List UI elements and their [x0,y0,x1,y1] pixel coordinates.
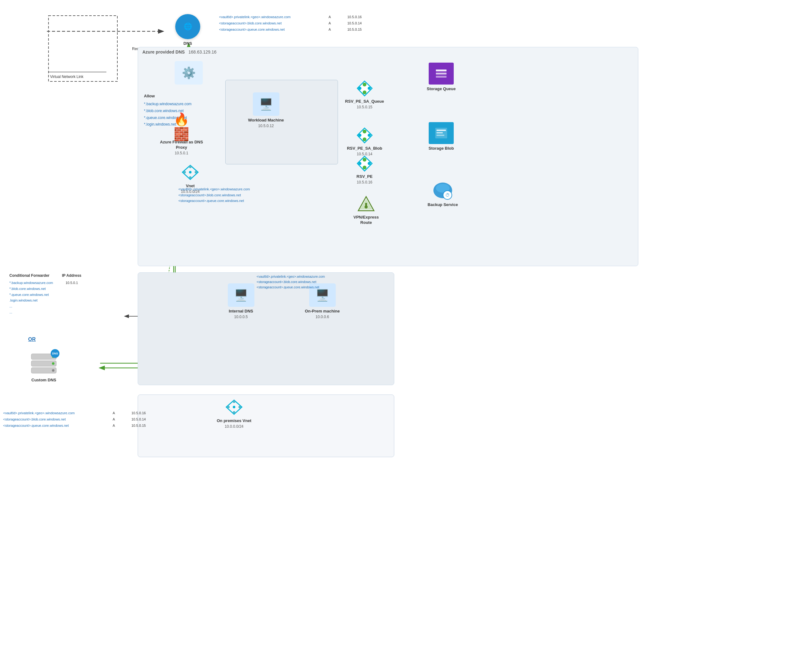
svg-point-41 [363,158,367,162]
svg-point-44 [368,162,371,165]
pe-rsv-icon [356,155,373,172]
svg-point-26 [183,171,186,174]
internal-dns-icon: 🖥️ [228,283,255,307]
virtual-network-link-text: Virtual Network Link [50,75,83,79]
svg-rect-47 [436,73,447,75]
vpn-label: VPN/Express Route [347,215,385,225]
rsv-pe-sa-blob-label: RSV_PE_SA_Blob [347,146,382,151]
svg-point-37 [363,138,367,141]
firewall-ip: 10.5.0.1 [175,151,188,155]
dns-bottom-row-3: <storageaccount>.queue.core.windows.net … [3,423,146,429]
svg-rect-51 [437,129,446,131]
conditional-forwarder: Conditional Forwarder IP Address *.backu… [9,272,82,315]
on-prem-vnet-label: On premises Vnet [217,418,251,424]
svg-text:⏱: ⏱ [445,192,450,198]
vpn-express-node: VPN/Express Route [347,194,385,225]
dns-label: DNS [183,41,192,46]
dns-row-1: <vaultId>.privatelink.<geo>.windowsazure… [219,14,362,20]
workload-machine-label: Workload Machine [248,118,284,123]
azure-dns-resolver-node: ⚙️ [172,61,206,85]
workload-machine-ip: 10.5.0.12 [258,124,274,128]
firewall-label: Azure Firewall as DNS Proxy [156,140,207,150]
svg-rect-57 [365,203,367,207]
firewall-node: 🔥🧱 Azure Firewall as DNS Proxy 10.5.0.1 [156,116,207,155]
rsv-pe-sa-blob-node: RSV_PE_SA_Blob 10.5.0.14 [344,127,385,156]
svg-point-42 [363,166,367,169]
workload-machine-node: 🖥️ Workload Machine 10.5.0.12 [244,92,288,128]
svg-point-39 [368,134,371,137]
backup-service-label: Backup Service [428,202,458,208]
on-prem-machine-label: On-Prem machine [305,309,340,314]
storage-queue-node: Storage Queue [423,63,460,92]
svg-point-27 [195,171,197,174]
middle-dns-table: <vaultId>.privatelink.<geo>.windowsazure… [178,186,250,204]
on-prem-dns-table: <vaultId>.privatelink.<geo>.windowsazure… [257,274,325,290]
rsv-pe-sa-queue-ip: 10.5.0.15 [357,105,372,109]
storage-blob-node: Storage Blob [423,122,460,151]
dns-table-top: <vaultId>.privatelink.<geo>.windowsazure… [219,14,362,32]
vnet-icon [179,163,201,182]
svg-point-34 [368,87,371,90]
pe-blob-icon [356,127,373,144]
svg-point-67 [233,411,235,414]
dns-row-3: <storageaccount>.queue.core.windows.net … [219,27,362,33]
rsv-pe-sa-queue-label: RSV_PE_SA_Queue [345,99,384,104]
internal-dns-node: 🖥️ Internal DNS 10.0.0.5 [219,283,263,319]
workload-machine-icon: 🖥️ [253,92,279,116]
svg-point-73 [52,369,54,372]
rsv-pe-sa-queue-node: RSV_PE_SA_Queue 10.5.0.15 [344,80,385,109]
on-prem-vnet-node: On premises Vnet 10.0.0.0/24 [209,398,259,429]
on-prem-vnet-icon [223,398,245,416]
svg-point-65 [238,406,241,408]
svg-point-72 [52,362,54,365]
storage-queue-label: Storage Queue [427,87,455,92]
svg-point-29 [189,176,192,179]
svg-point-32 [363,90,367,94]
dns-table-bottom: <vaultId>.privatelink.<geo>.windowsazure… [3,410,146,429]
svg-point-43 [358,162,362,165]
svg-point-25 [189,171,192,174]
svg-point-28 [189,166,192,168]
custom-dns-icon: DNS [30,351,58,376]
backup-service-icon: ⏱ [430,179,455,200]
svg-point-66 [233,400,235,403]
internal-dns-ip: 10.0.0.5 [234,315,248,319]
gear-icon: ⚙️ [175,61,203,85]
backup-service-node: ⏱ Backup Service [423,179,463,208]
on-prem-vnet-cidr: 10.0.0.0/24 [225,424,243,429]
rsv-pe-ip: 10.5.0.16 [357,180,372,184]
internal-dns-label: Internal DNS [229,309,253,314]
dns-bottom-row-2: <storageaccount>.blob.core.windows.net A… [3,416,146,423]
svg-point-31 [363,83,367,87]
svg-point-63 [233,406,235,408]
dns-icon: 🌐 [175,14,200,39]
custom-dns-label: Custom DNS [31,378,56,383]
svg-point-36 [363,129,367,133]
dns-node: 🌐 DNS [166,14,210,46]
on-prem-vnet-region [138,395,394,457]
dns-row-2: <storageaccount>.blob.core.windows.net A… [219,20,362,27]
pe-queue-icon [356,80,373,97]
svg-rect-1 [49,16,117,82]
svg-rect-48 [436,76,447,78]
vpn-icon [355,194,377,213]
svg-rect-53 [437,135,444,136]
rsv-pe-node: RSV_PE 10.5.0.16 [344,155,385,184]
svg-point-38 [358,134,362,137]
dns-bottom-row-1: <vaultId>.privatelink.<geo>.windowsazure… [3,410,146,416]
svg-rect-46 [436,70,447,72]
storage-queue-icon [429,63,454,85]
storage-blob-icon [429,122,454,144]
or-link[interactable]: OR [28,337,36,342]
azure-dns-region [138,47,638,266]
storage-blob-label: Storage Blob [429,146,454,151]
on-prem-machine-ip: 10.0.0.6 [315,315,329,319]
azure-dns-label: Azure provided DNS 168.63.129.16 [143,49,217,54]
svg-point-33 [358,87,362,90]
rsv-pe-label: RSV_PE [357,174,372,179]
svg-point-64 [227,406,230,408]
svg-rect-52 [437,132,443,133]
firewall-icon: 🔥🧱 [169,116,194,138]
diagram: 🌐 DNS Recursive DNS resolution via priva… [0,0,812,671]
custom-dns-node: DNS Custom DNS [19,351,69,383]
